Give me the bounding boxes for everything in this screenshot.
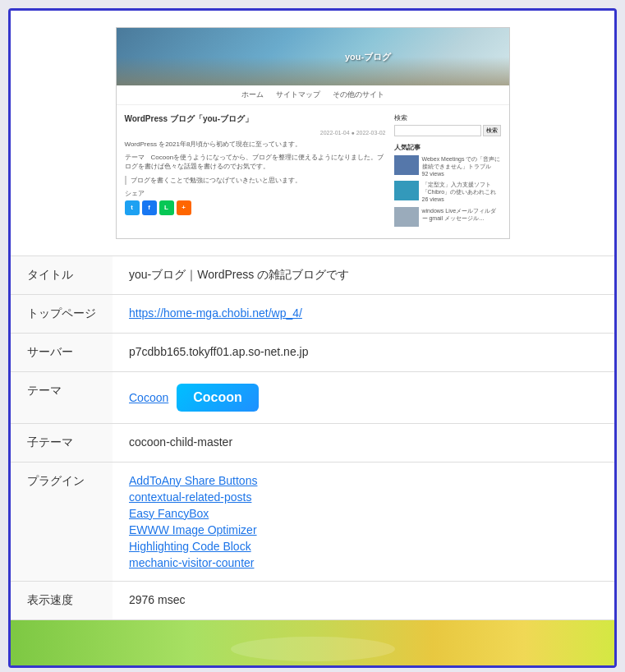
- table-row-theme: テーマ Cocoon Cocoon: [11, 371, 614, 423]
- plugins-list: AddToAny Share Buttons contextual-relate…: [129, 474, 598, 569]
- preview-popular-item-1: Webex Meetings での「音声に接続できません」トラブル 92 vie…: [394, 155, 501, 177]
- preview-hero-image: [117, 28, 509, 85]
- theme-container: Cocoon Cocoon: [129, 384, 598, 412]
- preview-popular-label: 人気記事: [394, 143, 501, 152]
- theme-badge: Cocoon: [177, 384, 259, 412]
- preview-thumb-2: [394, 181, 419, 200]
- preview-search-button[interactable]: 検索: [483, 125, 501, 136]
- preview-item-text-2: 「定型文」入力支援ソフト「Chibro」の使いあわれこれ 26 views: [422, 181, 501, 203]
- preview-thumb-1: [394, 155, 419, 175]
- plugin-link-2[interactable]: contextual-related-posts: [129, 490, 598, 504]
- theme-link[interactable]: Cocoon: [129, 391, 168, 404]
- preview-search-label: 検索: [394, 113, 501, 122]
- preview-text2: テーマ Cocoonを使うようになってから、ブログを整理に便えるようになりました…: [125, 153, 386, 171]
- table-row-speed: 表示速度 2976 msec: [11, 581, 614, 619]
- table-row-toppage: トップページ https://home-mga.chobi.net/wp_4/: [11, 294, 614, 333]
- plugin-link-1[interactable]: AddToAny Share Buttons: [129, 474, 598, 487]
- preview-share-buttons: t f L +: [125, 200, 386, 215]
- preview-thumb-3: [394, 207, 419, 227]
- footer-bar: [11, 620, 614, 665]
- preview-text1: WordPress を2021年8月頃から初めて現在に至っています。: [125, 140, 386, 149]
- preview-popular-item-3: windows Liveメールフィルダー gmail メッセージル…: [394, 207, 501, 227]
- website-preview: ホーム サイトマップ その他のサイト WordPress ブログ「you-ブログ…: [116, 27, 510, 239]
- label-toppage: トップページ: [11, 294, 113, 333]
- preview-search-box: 検索: [394, 125, 501, 136]
- preview-search-input[interactable]: [394, 125, 481, 136]
- preview-sidebar: 検索 検索 人気記事 Webex Meetings での「音声に接続できません」…: [394, 113, 501, 230]
- label-server: サーバー: [11, 333, 113, 371]
- preview-meta: 2022-01-04 ● 2022-03-02: [125, 130, 386, 136]
- preview-nav-home: ホーム: [241, 90, 264, 100]
- share-twitter-btn: t: [125, 200, 140, 215]
- share-line-btn: L: [159, 200, 174, 215]
- share-facebook-btn: f: [142, 200, 157, 215]
- preview-item-text-3: windows Liveメールフィルダー gmail メッセージル…: [422, 207, 501, 222]
- toppage-link[interactable]: https://home-mga.chobi.net/wp_4/: [129, 306, 302, 320]
- preview-blog-title: WordPress ブログ「you-ブログ」: [125, 113, 386, 125]
- main-container: ホーム サイトマップ その他のサイト WordPress ブログ「you-ブログ…: [8, 8, 617, 668]
- label-theme: テーマ: [11, 371, 113, 423]
- value-plugins: AddToAny Share Buttons contextual-relate…: [113, 462, 614, 581]
- table-row-plugins: プラグイン AddToAny Share Buttons contextual-…: [11, 462, 614, 581]
- label-speed: 表示速度: [11, 581, 113, 619]
- preview-item-text-1: Webex Meetings での「音声に接続できません」トラブル 92 vie…: [422, 155, 501, 177]
- preview-main-content: WordPress ブログ「you-ブログ」 2022-01-04 ● 2022…: [125, 113, 386, 230]
- plugin-link-3[interactable]: Easy FancyBox: [129, 507, 598, 520]
- value-theme: Cocoon Cocoon: [113, 371, 614, 423]
- preview-popular-item-2: 「定型文」入力支援ソフト「Chibro」の使いあわれこれ 26 views: [394, 181, 501, 203]
- table-row-child-theme: 子テーマ cocoon-child-master: [11, 423, 614, 462]
- label-title: タイトル: [11, 255, 113, 294]
- value-toppage: https://home-mga.chobi.net/wp_4/: [113, 294, 614, 333]
- table-row-server: サーバー p7cdbb165.tokyff01.ap.so-net.ne.jp: [11, 333, 614, 371]
- preview-quote: ブログを書くことで勉強につなげていきたいと思います。: [125, 176, 386, 185]
- plugin-link-5[interactable]: Highlighting Code Block: [129, 540, 598, 553]
- preview-body: WordPress ブログ「you-ブログ」 2022-01-04 ● 2022…: [117, 105, 509, 238]
- label-plugins: プラグイン: [11, 462, 113, 581]
- value-speed: 2976 msec: [113, 581, 614, 619]
- value-server: p7cdbb165.tokyff01.ap.so-net.ne.jp: [113, 333, 614, 371]
- label-child-theme: 子テーマ: [11, 423, 113, 462]
- value-title: you-ブログ｜WordPress の雑記ブログです: [113, 255, 614, 294]
- plugin-link-6[interactable]: mechanic-visitor-counter: [129, 556, 598, 569]
- value-child-theme: cocoon-child-master: [113, 423, 614, 462]
- preview-nav-other: その他のサイト: [333, 90, 384, 100]
- table-row-title: タイトル you-ブログ｜WordPress の雑記ブログです: [11, 255, 614, 294]
- preview-section: ホーム サイトマップ その他のサイト WordPress ブログ「you-ブログ…: [11, 11, 614, 255]
- plugin-link-4[interactable]: EWWW Image Optimizer: [129, 523, 598, 536]
- preview-nav: ホーム サイトマップ その他のサイト: [117, 85, 509, 105]
- info-table: タイトル you-ブログ｜WordPress の雑記ブログです トップページ h…: [11, 255, 614, 620]
- share-plus-btn: +: [177, 200, 191, 215]
- preview-share-label: シェア: [125, 189, 386, 198]
- preview-nav-sitemap: サイトマップ: [276, 90, 320, 100]
